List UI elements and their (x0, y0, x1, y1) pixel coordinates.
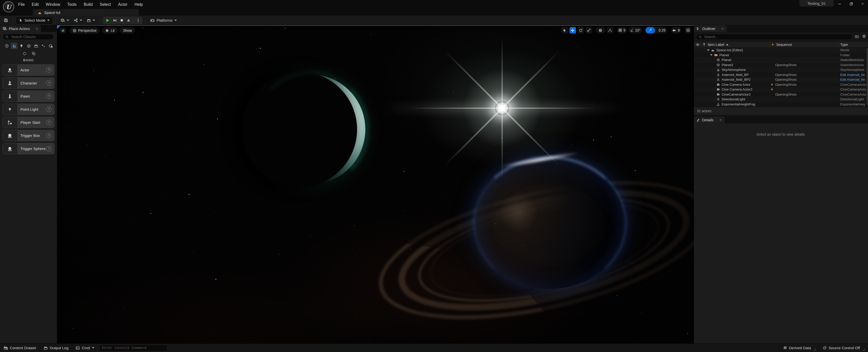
create-folder-icon[interactable] (855, 34, 859, 39)
view-mode-dropdown[interactable]: Lit (102, 27, 118, 34)
surface-snap-button[interactable] (607, 27, 613, 34)
outliner-row-planet[interactable]: PlanetStaticMeshActo (694, 58, 867, 63)
menu-file[interactable]: File (14, 0, 28, 9)
help-icon[interactable]: ? (46, 81, 52, 86)
close-button[interactable] (859, 1, 867, 7)
select-mode-dropdown[interactable]: Select Mode (16, 17, 53, 25)
viewport-options-menu[interactable] (60, 27, 66, 34)
outliner-scrollbar[interactable] (867, 47, 868, 107)
scale-snap-button[interactable]: 0.25 (646, 27, 668, 34)
close-icon[interactable] (721, 27, 724, 30)
outliner-row-space-tut-editor-[interactable]: Space-tut (Editor)World (694, 47, 867, 53)
outliner-row-skyatmosphere[interactable]: SkyAtmosphereSkyAtmosphere (694, 67, 867, 72)
category-geometry[interactable] (48, 43, 54, 49)
outliner-row-planet[interactable]: PlanetFolder (694, 53, 867, 58)
outliner-row-asteroid-field-bp2[interactable]: Asteroid_field_BP2OpeningShotsEdit Aster… (694, 77, 867, 82)
move-tool-button[interactable] (569, 27, 576, 34)
outliner-tab[interactable]: Outliner (694, 25, 727, 32)
menu-window[interactable]: Window (42, 0, 64, 9)
details-tab[interactable]: Details (694, 117, 725, 123)
category-lights[interactable] (18, 43, 25, 49)
cmd-dropdown[interactable]: Cmd (72, 344, 98, 352)
place-item-actor[interactable]: Actor? (2, 64, 55, 76)
help-icon[interactable]: ? (46, 120, 52, 125)
place-item-point-light[interactable]: Point Light? (2, 104, 55, 115)
place-actors-search[interactable] (3, 34, 54, 40)
console-command-input[interactable] (99, 345, 167, 351)
scale-tool-button[interactable] (586, 27, 592, 34)
category-shapes[interactable] (26, 43, 32, 49)
place-item-player-start[interactable]: Player Start? (2, 117, 55, 128)
stop-button[interactable] (119, 19, 125, 22)
play-button[interactable] (104, 18, 111, 23)
camera-speed-button[interactable]: 8 (671, 27, 681, 34)
rotate-tool-button[interactable] (578, 27, 584, 34)
column-sequence[interactable]: Sequence (771, 43, 792, 46)
help-icon[interactable]: ? (46, 133, 52, 138)
skip-button[interactable] (112, 19, 118, 23)
pin-icon[interactable] (703, 43, 706, 46)
category-recently-placed[interactable] (3, 43, 10, 49)
help-icon[interactable]: ? (46, 67, 52, 73)
level-viewport[interactable]: Perspective Lit Show 5 (57, 25, 694, 344)
platforms-dropdown[interactable]: Platforms (148, 17, 179, 24)
outliner-search-input[interactable] (704, 35, 850, 39)
close-icon[interactable] (719, 119, 722, 122)
blueprints-button[interactable] (71, 17, 85, 24)
outliner-row-planet2[interactable]: Planet2OpeningShotsStaticMeshActo (694, 63, 867, 68)
category-visual-effects[interactable] (40, 43, 47, 49)
expand-arrow-icon[interactable] (707, 50, 710, 51)
cinematics-button[interactable] (85, 17, 97, 24)
restore-button[interactable] (847, 1, 855, 7)
visibility-eye-icon[interactable] (696, 43, 700, 46)
grid-snap-button[interactable]: 5 (617, 27, 627, 34)
play-options-kebab-icon[interactable] (135, 19, 141, 22)
outliner-row-cine-camera-actor2[interactable]: Cine Camera Actor2CineCameraActo (694, 87, 867, 92)
category-volumes[interactable] (21, 50, 28, 57)
save-button[interactable] (1, 17, 10, 24)
row-type-edit-link[interactable]: Edit Asteroid_fie (840, 78, 867, 82)
menu-help[interactable]: Help (131, 0, 146, 9)
outliner-settings-gear-icon[interactable]: ⚙ (862, 34, 866, 39)
help-icon[interactable]: ? (46, 146, 52, 151)
column-type[interactable]: Type (840, 43, 848, 46)
menu-tools[interactable]: Tools (64, 0, 80, 9)
outliner-row-exponentialheightfog[interactable]: ExponentialHeightFogExponentialHeig (694, 102, 867, 107)
place-item-trigger-sphere[interactable]: Trigger Sphere? (2, 143, 55, 154)
minimize-button[interactable] (836, 1, 843, 7)
help-icon[interactable]: ? (46, 107, 52, 112)
column-item-label[interactable]: Item Label (708, 43, 728, 46)
menu-select[interactable]: Select (96, 0, 114, 9)
add-actor-button[interactable] (58, 17, 71, 24)
outliner-search[interactable] (696, 34, 852, 40)
perspective-dropdown[interactable]: Perspective (70, 27, 100, 34)
content-drawer-button[interactable]: Content Drawer (0, 344, 40, 352)
outliner-row-cine-camera-actor[interactable]: Cine Camera ActorOpeningShotsCineCameraA… (694, 82, 867, 87)
help-icon[interactable]: ? (46, 94, 52, 99)
row-type-edit-link[interactable]: Edit Asteroid_fie (840, 73, 867, 77)
source-control-button[interactable]: Source Control Off (819, 344, 868, 352)
outliner-row-directionallight[interactable]: DirectionalLightDirectionalLight (694, 97, 867, 102)
place-item-pawn[interactable]: Pawn? (2, 91, 55, 102)
rotation-snap-button[interactable]: 10° (628, 27, 642, 34)
tab-space-tut[interactable]: Space-tut (33, 9, 139, 15)
search-classes-input[interactable] (10, 35, 51, 39)
category-all-classes[interactable] (30, 50, 37, 57)
select-tool-button[interactable] (561, 27, 568, 34)
category-cinematic[interactable] (33, 43, 39, 49)
menu-edit[interactable]: Edit (28, 0, 42, 9)
outliner-row-cinecameraactor2[interactable]: CineCameraActor2OpeningShotsCineCameraAc… (694, 92, 867, 97)
close-icon[interactable] (35, 27, 38, 30)
outliner-row-asteroid-field-bp[interactable]: Asteroid_field_BPOpeningShotsEdit Astero… (694, 72, 867, 77)
category-basic[interactable] (11, 43, 18, 49)
menu-build[interactable]: Build (80, 0, 96, 9)
show-dropdown[interactable]: Show (120, 27, 135, 34)
menu-actor[interactable]: Actor (115, 0, 131, 9)
eject-button[interactable] (126, 19, 131, 22)
expand-arrow-icon[interactable] (710, 54, 713, 56)
maximize-viewport-button[interactable] (685, 27, 691, 34)
place-item-character[interactable]: Character? (2, 77, 55, 89)
derived-data-button[interactable]: Derived Data (780, 344, 819, 352)
output-log-button[interactable]: Output Log (40, 344, 72, 352)
world-local-toggle[interactable] (596, 27, 605, 34)
